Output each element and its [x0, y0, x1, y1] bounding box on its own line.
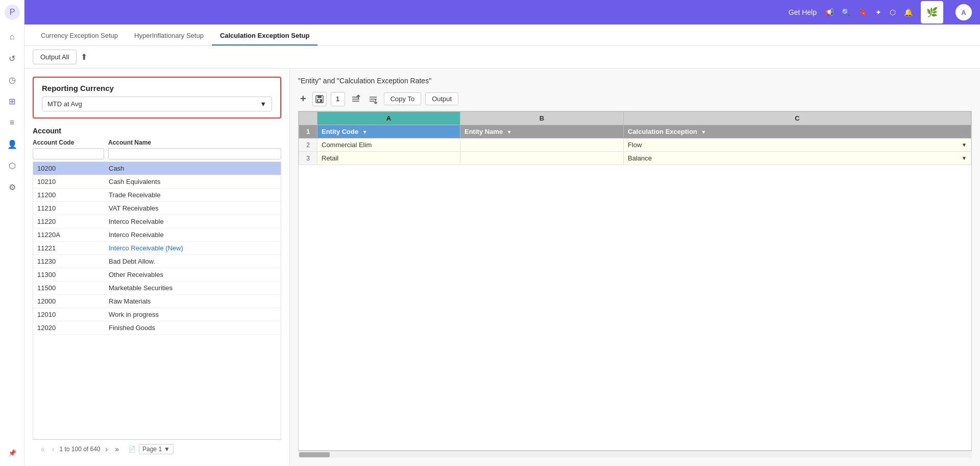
settings-icon[interactable]: ⚙: [3, 178, 21, 196]
grid-icon[interactable]: ⊞: [3, 92, 21, 110]
entity-name-cell[interactable]: [460, 138, 624, 152]
output-all-button[interactable]: Output All: [33, 50, 77, 64]
app-logo[interactable]: P: [4, 4, 20, 20]
reporting-currency-dropdown[interactable]: MTD at Avg ▼: [42, 97, 272, 111]
account-code-cell: 11220A: [37, 231, 109, 239]
account-filter-row: [33, 148, 281, 159]
entity-code-cell[interactable]: Commercial Elim: [317, 138, 460, 152]
account-row[interactable]: 10200 Cash: [33, 162, 281, 175]
data-row: 2 Commercial Elim Flow ▼: [299, 138, 971, 152]
account-row[interactable]: 10210 Cash Equivalents: [33, 175, 281, 189]
entity-code-header[interactable]: Entity Code ▼: [317, 125, 460, 138]
megaphone-icon[interactable]: 📢: [825, 8, 834, 16]
last-page-button[interactable]: »: [113, 444, 121, 454]
account-row[interactable]: 11210 VAT Receivables: [33, 202, 281, 215]
tab-hyperinflationary[interactable]: HyperInflationary Setup: [126, 27, 212, 45]
account-name-cell: Interco Receivable: [109, 218, 277, 225]
cube-icon[interactable]: ⬡: [890, 8, 896, 16]
account-table-wrapper: Account Code Account Name 10200 Cash: [33, 139, 281, 439]
account-row[interactable]: 11300 Other Receivables: [33, 268, 281, 282]
svg-text:P: P: [9, 8, 15, 16]
page-selector[interactable]: Page 1 ▼: [139, 444, 174, 454]
grid-toolbar: + 1: [298, 91, 972, 107]
refresh-icon[interactable]: ↺: [3, 49, 21, 67]
pin-icon[interactable]: 📌: [3, 444, 21, 462]
account-code-header: Account Code: [33, 139, 104, 146]
account-row[interactable]: 11200 Trade Receivable: [33, 189, 281, 202]
account-row[interactable]: 12000 Raw Materials: [33, 295, 281, 308]
calc-exception-cell[interactable]: Balance ▼: [624, 152, 971, 165]
chart-icon[interactable]: ≡: [3, 113, 21, 132]
account-name-cell: Marketable Securities: [109, 284, 277, 292]
bell-icon[interactable]: 🔔: [904, 8, 913, 16]
entity-name-label: Entity Name: [464, 128, 503, 135]
entity-code-cell[interactable]: Retail: [317, 152, 460, 165]
home-icon[interactable]: ⌂: [3, 28, 21, 46]
bookmark-icon[interactable]: 🔖: [859, 8, 867, 16]
action-bar: Output All ⬆: [24, 46, 980, 68]
upload-icon[interactable]: ⬆: [81, 52, 87, 62]
grid-scrollbar-thumb: [299, 452, 330, 457]
entity-code-value: Commercial Elim: [322, 141, 372, 149]
user-avatar[interactable]: A: [955, 4, 972, 20]
account-row[interactable]: 11230 Bad Debt Allow.: [33, 255, 281, 268]
output-button[interactable]: Output: [425, 92, 458, 105]
search-icon[interactable]: 🔍: [842, 8, 850, 16]
account-name-filter[interactable]: [108, 148, 281, 159]
prev-page-button[interactable]: ‹: [50, 444, 57, 454]
grid-horizontal-scrollbar[interactable]: [298, 451, 972, 458]
row-num-header: [299, 112, 317, 125]
account-section-title: Account: [33, 127, 281, 135]
expand-rows-button[interactable]: [349, 92, 362, 106]
reporting-currency-label: Reporting Currency: [42, 84, 272, 92]
account-code-cell: 10200: [37, 165, 109, 172]
account-row[interactable]: 12010 Work in progress: [33, 308, 281, 321]
entity-name-header[interactable]: Entity Name ▼: [460, 125, 624, 138]
right-panel: "Entity" and "Calculation Exception Rate…: [290, 68, 980, 466]
account-row[interactable]: 12020 Finished Goods: [33, 321, 281, 335]
account-code-cell: 12010: [37, 311, 109, 318]
account-row[interactable]: 11221 Interco Receivable (New): [33, 242, 281, 255]
entity-code-label: Entity Code: [322, 128, 358, 135]
clock-icon[interactable]: ◷: [3, 71, 21, 89]
calc-exception-header[interactable]: Calculation Exception ▼: [624, 125, 971, 138]
account-name-cell: Cash: [109, 165, 277, 172]
puzzle-icon[interactable]: ⬡: [3, 156, 21, 175]
split-layout: Reporting Currency MTD at Avg ▼ Account …: [24, 68, 980, 466]
compass-icon[interactable]: ✦: [875, 8, 881, 16]
account-code-filter[interactable]: [33, 148, 104, 159]
account-name-cell: Interco Receivable (New): [109, 244, 277, 252]
page-number-indicator: 1: [331, 92, 345, 106]
collapse-rows-button[interactable]: [366, 92, 380, 106]
account-name-cell: Other Receivables: [109, 271, 277, 278]
data-row: 3 Retail Balance ▼: [299, 152, 971, 165]
sidebar: P ⌂ ↺ ◷ ⊞ ≡ 👤 ⬡ ⚙ 📌: [0, 0, 24, 466]
data-grid-wrapper: A B C 1 Entity Code ▼: [298, 111, 972, 451]
col-b-header: B: [460, 112, 624, 125]
first-page-button[interactable]: «: [39, 444, 47, 454]
account-code-cell: 11220: [37, 218, 109, 225]
pagination-info: 1 to 100 of 640: [59, 446, 100, 453]
tab-currency-exception[interactable]: Currency Exception Setup: [33, 27, 126, 45]
account-row[interactable]: 11500 Marketable Securities: [33, 282, 281, 295]
get-help-label: Get Help: [789, 8, 817, 16]
account-row[interactable]: 11220 Interco Receivable: [33, 215, 281, 228]
row-number-cell: 3: [299, 152, 317, 165]
tab-calculation-exception[interactable]: Calculation Exception Setup: [212, 27, 318, 45]
user-icon[interactable]: 👤: [3, 135, 21, 153]
account-name-cell: Interco Receivable: [109, 231, 277, 239]
account-name-cell: Work in progress: [109, 311, 277, 318]
save-button[interactable]: [312, 92, 327, 106]
entity-name-cell[interactable]: [460, 152, 624, 165]
calc-exception-cell[interactable]: Flow ▼: [624, 138, 971, 152]
entity-code-value: Retail: [322, 154, 338, 162]
row-num-field-header: 1: [299, 125, 317, 138]
get-help-link[interactable]: Get Help: [789, 8, 817, 16]
copy-to-button[interactable]: Copy To: [384, 92, 421, 105]
account-row[interactable]: 11220A Interco Receivable: [33, 228, 281, 242]
add-row-button[interactable]: +: [298, 91, 308, 107]
account-code-cell: 11210: [37, 204, 109, 212]
account-code-cell: 11200: [37, 191, 109, 199]
next-page-button[interactable]: ›: [104, 444, 110, 454]
calc-exception-cell-arrow: ▼: [962, 155, 967, 161]
